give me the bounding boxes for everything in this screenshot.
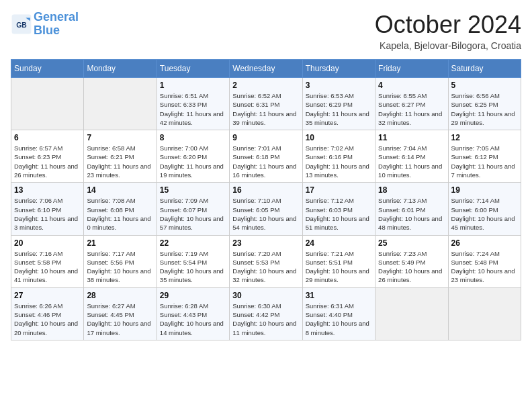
day-number: 12 — [451, 133, 518, 142]
day-number: 31 — [306, 291, 372, 300]
day-info: Sunrise: 6:51 AMSunset: 6:33 PMDaylight:… — [160, 91, 226, 127]
day-info: Sunrise: 7:13 AMSunset: 6:01 PMDaylight:… — [378, 196, 445, 232]
weekday-header: Saturday — [448, 60, 521, 78]
day-number: 15 — [160, 185, 226, 195]
calendar-cell — [375, 287, 448, 340]
calendar-table: SundayMondayTuesdayWednesdayThursdayFrid… — [11, 59, 521, 340]
day-number: 5 — [451, 81, 518, 90]
calendar-cell: 8Sunrise: 7:00 AMSunset: 6:20 PMDaylight… — [157, 130, 229, 183]
day-number: 26 — [451, 238, 518, 248]
day-info: Sunrise: 7:00 AMSunset: 6:20 PMDaylight:… — [160, 144, 226, 179]
calendar-cell: 16Sunrise: 7:10 AMSunset: 6:05 PMDayligh… — [230, 183, 302, 235]
calendar-cell: 21Sunrise: 7:17 AMSunset: 5:56 PMDayligh… — [84, 235, 157, 287]
calendar-cell: 10Sunrise: 7:02 AMSunset: 6:16 PMDayligh… — [302, 130, 375, 183]
day-number: 13 — [14, 185, 81, 195]
day-number: 2 — [232, 81, 299, 90]
calendar-week-row: 6Sunrise: 6:57 AMSunset: 6:23 PMDaylight… — [11, 130, 521, 183]
day-number: 28 — [87, 291, 153, 300]
day-info: Sunrise: 7:12 AMSunset: 6:03 PMDaylight:… — [306, 196, 372, 232]
calendar-cell: 13Sunrise: 7:06 AMSunset: 6:10 PMDayligh… — [11, 183, 84, 235]
calendar-cell: 18Sunrise: 7:13 AMSunset: 6:01 PMDayligh… — [375, 183, 448, 235]
calendar-cell: 3Sunrise: 6:53 AMSunset: 6:29 PMDaylight… — [302, 78, 375, 130]
day-info: Sunrise: 6:27 AMSunset: 4:45 PMDaylight:… — [87, 302, 153, 337]
day-info: Sunrise: 7:23 AMSunset: 5:49 PMDaylight:… — [378, 249, 445, 285]
calendar-cell: 24Sunrise: 7:21 AMSunset: 5:51 PMDayligh… — [302, 235, 375, 287]
calendar-cell: 14Sunrise: 7:08 AMSunset: 6:08 PMDayligh… — [84, 183, 157, 235]
logo-line1: General — [34, 10, 79, 24]
calendar-cell — [11, 78, 84, 130]
calendar-header-row: SundayMondayTuesdayWednesdayThursdayFrid… — [11, 60, 521, 78]
day-number: 27 — [14, 291, 81, 300]
day-info: Sunrise: 7:17 AMSunset: 5:56 PMDaylight:… — [87, 249, 153, 285]
day-info: Sunrise: 7:01 AMSunset: 6:18 PMDaylight:… — [232, 144, 299, 179]
day-info: Sunrise: 6:58 AMSunset: 6:21 PMDaylight:… — [87, 144, 153, 179]
calendar-cell: 1Sunrise: 6:51 AMSunset: 6:33 PMDaylight… — [157, 78, 229, 130]
calendar-cell: 4Sunrise: 6:55 AMSunset: 6:27 PMDaylight… — [375, 78, 448, 130]
day-info: Sunrise: 6:30 AMSunset: 4:42 PMDaylight:… — [232, 302, 299, 337]
svg-text:GB: GB — [16, 21, 27, 29]
day-number: 19 — [451, 185, 518, 195]
calendar-cell — [448, 287, 521, 340]
day-number: 25 — [378, 238, 445, 248]
day-info: Sunrise: 6:57 AMSunset: 6:23 PMDaylight:… — [14, 144, 81, 179]
logo-line2: Blue — [34, 24, 60, 37]
day-number: 21 — [87, 238, 153, 248]
day-info: Sunrise: 6:28 AMSunset: 4:43 PMDaylight:… — [160, 302, 226, 337]
day-info: Sunrise: 6:52 AMSunset: 6:31 PMDaylight:… — [232, 91, 299, 127]
day-info: Sunrise: 6:55 AMSunset: 6:27 PMDaylight:… — [378, 91, 445, 127]
logo-icon: GB — [11, 13, 32, 35]
day-info: Sunrise: 7:19 AMSunset: 5:54 PMDaylight:… — [160, 249, 226, 285]
calendar-cell: 5Sunrise: 6:56 AMSunset: 6:25 PMDaylight… — [448, 78, 521, 130]
calendar-cell: 27Sunrise: 6:26 AMSunset: 4:46 PMDayligh… — [11, 287, 84, 340]
day-info: Sunrise: 7:21 AMSunset: 5:51 PMDaylight:… — [306, 249, 372, 285]
weekday-header: Monday — [84, 60, 157, 78]
weekday-header: Tuesday — [157, 60, 229, 78]
calendar-cell: 17Sunrise: 7:12 AMSunset: 6:03 PMDayligh… — [302, 183, 375, 235]
calendar-week-row: 1Sunrise: 6:51 AMSunset: 6:33 PMDaylight… — [11, 78, 521, 130]
calendar-cell: 29Sunrise: 6:28 AMSunset: 4:43 PMDayligh… — [157, 287, 229, 340]
day-number: 9 — [232, 133, 299, 142]
calendar-cell: 7Sunrise: 6:58 AMSunset: 6:21 PMDaylight… — [84, 130, 157, 183]
day-number: 30 — [232, 291, 299, 300]
day-number: 8 — [160, 133, 226, 142]
day-info: Sunrise: 7:16 AMSunset: 5:58 PMDaylight:… — [14, 249, 81, 285]
day-number: 22 — [160, 238, 226, 248]
weekday-header: Friday — [375, 60, 448, 78]
day-info: Sunrise: 7:05 AMSunset: 6:12 PMDaylight:… — [451, 144, 518, 179]
page-header: GB General Blue October 2024 Kapela, Bje… — [11, 11, 521, 51]
day-info: Sunrise: 7:10 AMSunset: 6:05 PMDaylight:… — [232, 196, 299, 232]
title-block: October 2024 Kapela, Bjelovar-Bilogora, … — [375, 11, 521, 51]
day-number: 20 — [14, 238, 81, 248]
calendar-cell: 12Sunrise: 7:05 AMSunset: 6:12 PMDayligh… — [448, 130, 521, 183]
weekday-header: Sunday — [11, 60, 84, 78]
calendar-cell: 22Sunrise: 7:19 AMSunset: 5:54 PMDayligh… — [157, 235, 229, 287]
weekday-header: Thursday — [302, 60, 375, 78]
day-number: 11 — [378, 133, 445, 142]
day-number: 24 — [306, 238, 372, 248]
day-info: Sunrise: 6:53 AMSunset: 6:29 PMDaylight:… — [306, 91, 372, 127]
day-info: Sunrise: 7:02 AMSunset: 6:16 PMDaylight:… — [306, 144, 372, 179]
calendar-cell: 11Sunrise: 7:04 AMSunset: 6:14 PMDayligh… — [375, 130, 448, 183]
day-info: Sunrise: 7:08 AMSunset: 6:08 PMDaylight:… — [87, 196, 153, 232]
day-info: Sunrise: 7:09 AMSunset: 6:07 PMDaylight:… — [160, 196, 226, 232]
calendar-cell: 15Sunrise: 7:09 AMSunset: 6:07 PMDayligh… — [157, 183, 229, 235]
day-number: 16 — [232, 185, 299, 195]
weekday-header: Wednesday — [230, 60, 302, 78]
day-info: Sunrise: 6:56 AMSunset: 6:25 PMDaylight:… — [451, 91, 518, 127]
day-info: Sunrise: 7:04 AMSunset: 6:14 PMDaylight:… — [378, 144, 445, 179]
day-number: 17 — [306, 185, 372, 195]
day-number: 7 — [87, 133, 153, 142]
calendar-cell: 30Sunrise: 6:30 AMSunset: 4:42 PMDayligh… — [230, 287, 302, 340]
day-number: 29 — [160, 291, 226, 300]
day-number: 4 — [378, 81, 445, 90]
day-info: Sunrise: 6:26 AMSunset: 4:46 PMDaylight:… — [14, 302, 81, 337]
calendar-cell: 28Sunrise: 6:27 AMSunset: 4:45 PMDayligh… — [84, 287, 157, 340]
calendar-cell: 23Sunrise: 7:20 AMSunset: 5:53 PMDayligh… — [230, 235, 302, 287]
day-number: 18 — [378, 185, 445, 195]
calendar-cell: 2Sunrise: 6:52 AMSunset: 6:31 PMDaylight… — [230, 78, 302, 130]
logo: GB General Blue — [11, 11, 79, 38]
calendar-week-row: 20Sunrise: 7:16 AMSunset: 5:58 PMDayligh… — [11, 235, 521, 287]
day-number: 3 — [306, 81, 372, 90]
location: Kapela, Bjelovar-Bilogora, Croatia — [375, 40, 521, 51]
day-info: Sunrise: 6:31 AMSunset: 4:40 PMDaylight:… — [306, 302, 372, 337]
